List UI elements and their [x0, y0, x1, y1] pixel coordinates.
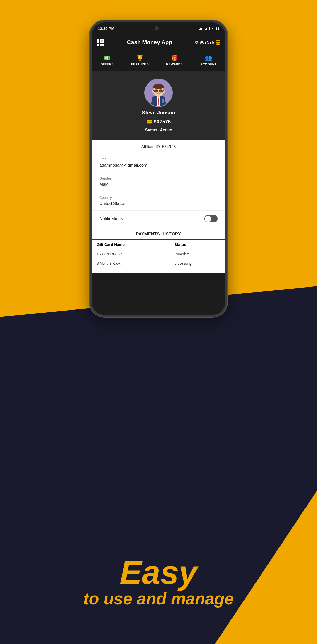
table-row: 3 Months Xbox processing [92, 259, 225, 268]
app-header: Cash Money App ↻ 907576 [92, 34, 225, 51]
notifications-label: Notifications [99, 216, 123, 221]
row-status-2: processing [169, 259, 225, 268]
battery-icon: ▮▮ [216, 27, 219, 30]
featured-label: FEATURED [131, 63, 149, 66]
tab-featured[interactable]: 🏆 FEATURED [131, 55, 149, 66]
country-label: Country [99, 195, 218, 200]
tagline-section: Easy to use and manage [0, 551, 317, 613]
coin-stack-icon [216, 40, 220, 45]
rewards-icon: 🎁 [171, 55, 178, 62]
tagline-main: Easy [5, 556, 312, 589]
notifications-toggle[interactable] [204, 215, 218, 222]
wifi-icon: ▲ [211, 27, 214, 30]
email-label: Email [99, 157, 218, 161]
svg-point-16 [155, 90, 157, 92]
wallet-icon: 💳 [146, 119, 152, 125]
profile-coins: 💳 907576 [146, 119, 171, 125]
tab-offers[interactable]: 💵 OFFERS [100, 55, 114, 66]
profile-name: Steve Jonson [142, 110, 175, 116]
account-label: ACCOUNT [200, 63, 217, 66]
svg-rect-19 [162, 99, 164, 103]
offers-label: OFFERS [100, 63, 114, 66]
signal-icon [199, 27, 203, 30]
profile-status: Status: Active [145, 128, 172, 132]
email-value: adamhosam@gmail.com [99, 163, 218, 168]
status-icons: ▲ ▮▮ [199, 27, 219, 30]
svg-rect-8 [153, 86, 164, 88]
avatar [144, 79, 173, 107]
svg-rect-4 [158, 100, 159, 105]
featured-icon: 🏆 [137, 55, 143, 62]
payments-section: PAYMENTS HISTORY Gift Card Name Status 1… [92, 227, 225, 268]
gender-field: Gender Male [92, 172, 225, 191]
row-name-2: 3 Months Xbox [92, 259, 169, 268]
phone-frame: 12:39 PM ▲ ▮▮ Cash Money App [90, 20, 227, 317]
email-field: Email adamhosam@gmail.com [92, 153, 225, 172]
profile-coins-value: 907576 [154, 119, 171, 125]
country-value: United States [99, 201, 218, 206]
gender-label: Gender [99, 176, 218, 180]
menu-icon[interactable] [97, 39, 104, 46]
country-field: Country United States [92, 191, 225, 211]
content-area: Affiliate ID: 554928 Email adamhosam@gma… [92, 140, 225, 273]
refresh-icon[interactable]: ↻ [195, 40, 198, 45]
col-gift-card: Gift Card Name [92, 240, 169, 249]
svg-point-7 [153, 84, 164, 89]
svg-point-17 [160, 90, 162, 92]
toggle-knob [205, 216, 211, 222]
affiliate-id: Affiliate ID: 554928 [92, 140, 225, 153]
payments-table: Gift Card Name Status 1500 PUBG UC Compl… [92, 239, 225, 268]
nav-tabs: 💵 OFFERS 🏆 FEATURED 🎁 REWARDS 👥 ACCOUNT [92, 51, 225, 71]
status-time: 12:39 PM [98, 26, 114, 31]
rewards-label: REWARDS [166, 63, 183, 66]
account-icon: 👥 [205, 55, 212, 62]
row-name-1: 1500 PUBG UC [92, 249, 169, 259]
status-bar: 12:39 PM ▲ ▮▮ [92, 22, 225, 34]
notifications-row: Notifications [92, 211, 225, 227]
tagline-sub: to use and manage [5, 589, 312, 608]
profile-section: Steve Jonson 💳 907576 Status: Active [92, 71, 225, 140]
camera-dot [155, 26, 159, 30]
tab-account[interactable]: 👥 ACCOUNT [200, 55, 217, 66]
signal-icon-2 [205, 27, 210, 30]
tab-rewards[interactable]: 🎁 REWARDS [166, 55, 183, 66]
row-status-1: Complete [169, 249, 225, 259]
col-status: Status [169, 240, 225, 249]
app-title: Cash Money App [127, 39, 172, 46]
coins-value: 907576 [200, 40, 214, 45]
coins-display: ↻ 907576 [195, 40, 220, 45]
table-row: 1500 PUBG UC Complete [92, 249, 225, 259]
payments-title: PAYMENTS HISTORY [92, 232, 225, 236]
phone-mockup: 12:39 PM ▲ ▮▮ Cash Money App [90, 20, 227, 317]
gender-value: Male [99, 182, 218, 187]
offers-icon: 💵 [104, 55, 111, 62]
